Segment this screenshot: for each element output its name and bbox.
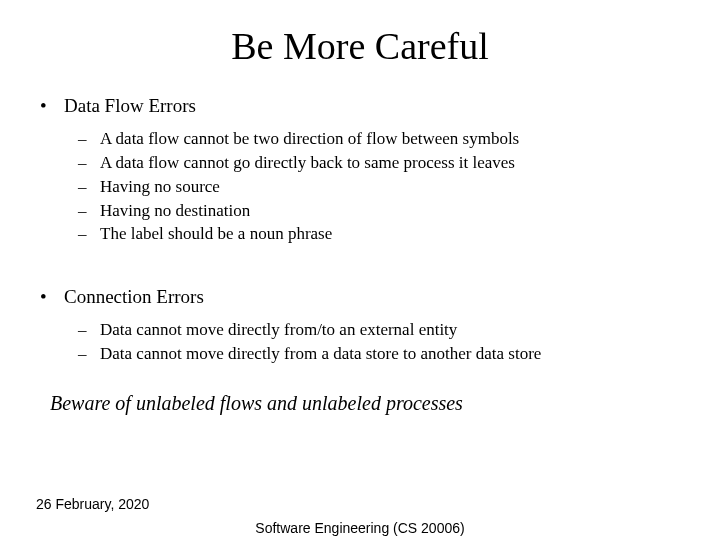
sub-bullet-list: Data cannot move directly from/to an ext… <box>64 319 686 365</box>
bullet-list: Data Flow Errors A data flow cannot be t… <box>34 94 686 245</box>
section-heading: Connection Errors <box>64 286 204 307</box>
beware-note: Beware of unlabeled flows and unlabeled … <box>34 391 686 417</box>
slide: Be More Careful Data Flow Errors A data … <box>0 0 720 540</box>
list-item: The label should be a noun phrase <box>64 223 686 245</box>
list-item: A data flow cannot go directly back to s… <box>64 152 686 174</box>
bullet-list: Connection Errors Data cannot move direc… <box>34 285 686 365</box>
list-item: Having no source <box>64 176 686 198</box>
slide-title: Be More Careful <box>0 0 720 68</box>
footer-date: 26 February, 2020 <box>36 496 149 512</box>
list-item: A data flow cannot be two direction of f… <box>64 128 686 150</box>
list-item: Data cannot move directly from a data st… <box>64 343 686 365</box>
section-heading: Data Flow Errors <box>64 95 196 116</box>
sub-bullet-list: A data flow cannot be two direction of f… <box>64 128 686 245</box>
list-item: Data cannot move directly from/to an ext… <box>64 319 686 341</box>
slide-content: Data Flow Errors A data flow cannot be t… <box>0 68 720 416</box>
spacer <box>34 255 686 285</box>
list-item: Having no destination <box>64 200 686 222</box>
section-data-flow-errors: Data Flow Errors A data flow cannot be t… <box>34 94 686 245</box>
footer-course-line1: Software Engineering (CS 20006) <box>255 520 464 536</box>
section-connection-errors: Connection Errors Data cannot move direc… <box>34 285 686 365</box>
footer-course: Software Engineering (CS 20006) DSamanta… <box>0 520 720 540</box>
